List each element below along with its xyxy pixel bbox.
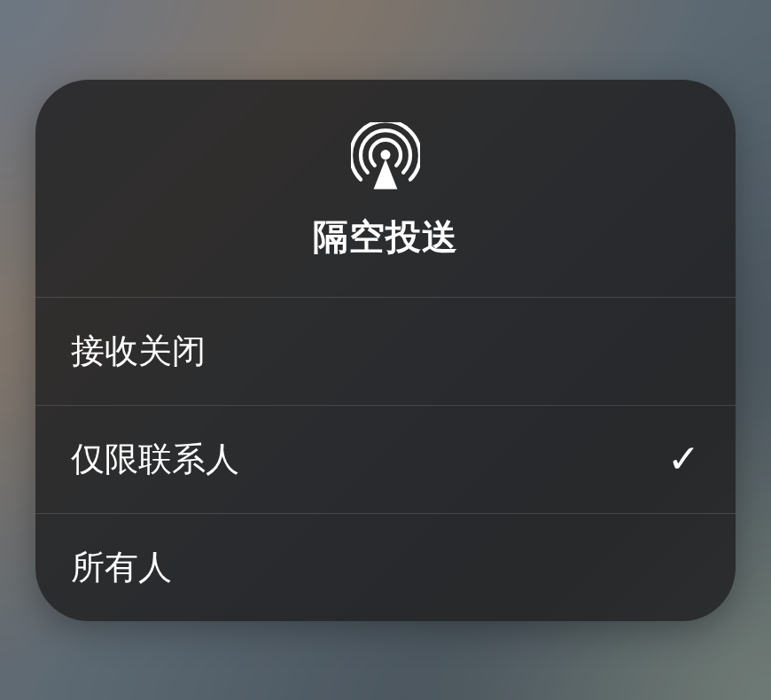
panel-title: 隔空投送 bbox=[313, 213, 458, 261]
option-contacts-only[interactable]: 仅限联系人 ✓ bbox=[35, 405, 736, 513]
option-list: 接收关闭 ✓ 仅限联系人 ✓ 所有人 ✓ bbox=[35, 297, 736, 621]
airdrop-icon bbox=[351, 122, 420, 191]
svg-point-0 bbox=[381, 150, 391, 159]
option-everyone[interactable]: 所有人 ✓ bbox=[35, 513, 736, 621]
option-label: 仅限联系人 bbox=[71, 437, 239, 482]
panel-header: 隔空投送 bbox=[35, 80, 736, 297]
checkmark-icon: ✓ bbox=[667, 439, 700, 478]
option-label: 所有人 bbox=[71, 545, 172, 590]
option-receiving-off[interactable]: 接收关闭 ✓ bbox=[35, 297, 736, 405]
airdrop-settings-panel: 隔空投送 接收关闭 ✓ 仅限联系人 ✓ 所有人 ✓ bbox=[35, 80, 736, 621]
option-label: 接收关闭 bbox=[71, 329, 206, 374]
